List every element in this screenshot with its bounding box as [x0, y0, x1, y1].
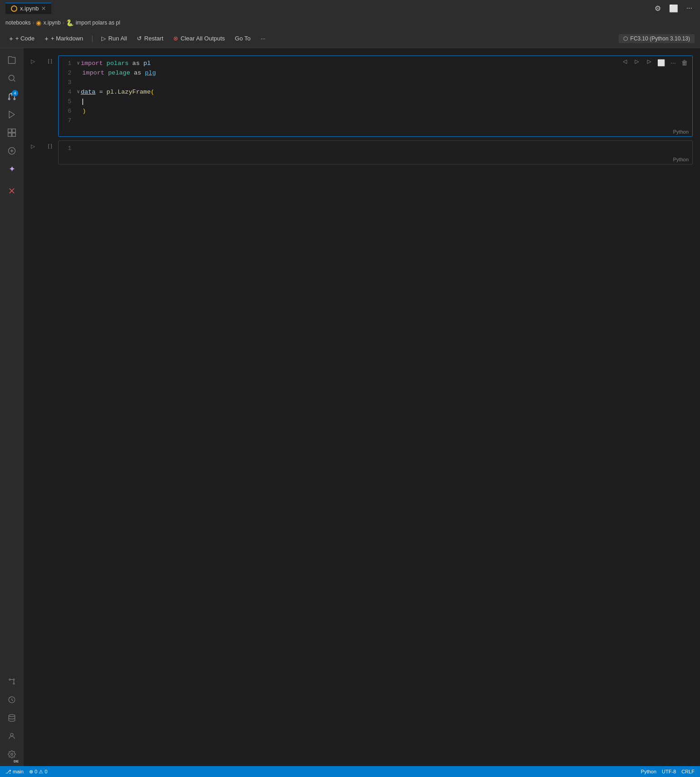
- cell-split-button[interactable]: ⬜: [655, 58, 667, 67]
- svg-point-18: [10, 733, 13, 736]
- tab-xipynb[interactable]: x.ipynb ×: [5, 3, 51, 14]
- svg-rect-7: [12, 129, 16, 133]
- cell-1-content[interactable]: ⬜ ··· 🗑 1 2 3 4 5 6 7: [58, 55, 693, 137]
- keyword-import-2: import: [82, 68, 105, 78]
- line-numbers-1: 1 2 3 4 5 6 7: [59, 59, 77, 125]
- attr-lazframe: pl.LazyFrame: [106, 87, 150, 97]
- title-bar: x.ipynb × ⚙ ⬜ ···: [0, 0, 700, 16]
- error-cross-icon[interactable]: [4, 183, 20, 199]
- notebook-icon: [11, 5, 17, 12]
- notebook-toolbar: + + Code + + Markdown | ▷ Run All ↺ Rest…: [0, 29, 700, 48]
- history-icon[interactable]: [4, 692, 20, 708]
- cell-1-code-area[interactable]: 1 2 3 4 5 6 7 ∨ import polars as pl: [59, 56, 692, 128]
- python-breadcrumb-icon: 🐍: [66, 19, 74, 26]
- source-control-badge: 4: [12, 90, 18, 96]
- cell-2-wrapper: ▷ [ ] 1 Python: [24, 140, 700, 164]
- git-bottom-icon[interactable]: [4, 673, 20, 690]
- svg-marker-20: [623, 60, 627, 64]
- cell-1-toolbar: ⬜ ··· 🗑: [620, 58, 690, 67]
- account-icon[interactable]: [4, 728, 20, 744]
- plus-icon2: +: [45, 35, 49, 42]
- jupyter-icon[interactable]: [4, 143, 20, 159]
- fold-arrow-1[interactable]: ∨: [77, 59, 80, 68]
- code-line-4: ∨ data = pl.LazyFrame(: [77, 87, 687, 97]
- svg-rect-8: [8, 133, 12, 137]
- kernel-info[interactable]: ⬡ FC3.10 (Python 3.10.13): [619, 34, 695, 43]
- breadcrumb-symbol[interactable]: import polars as pl: [75, 20, 120, 26]
- settings-bottom-icon[interactable]: DE: [4, 746, 20, 762]
- module-pelage: pelage: [108, 68, 130, 78]
- go-to-button[interactable]: Go To: [231, 34, 254, 43]
- explorer-icon[interactable]: [4, 52, 20, 68]
- add-markdown-button[interactable]: + + Markdown: [41, 33, 87, 44]
- cell-run-single-button[interactable]: [644, 58, 654, 67]
- breadcrumb-notebooks[interactable]: notebooks: [5, 20, 30, 26]
- code-line-6: ): [77, 106, 687, 116]
- svg-point-4: [14, 98, 15, 100]
- svg-point-15: [13, 679, 15, 680]
- tab-label: x.ipynb: [20, 5, 39, 12]
- more-actions-button[interactable]: ···: [684, 3, 695, 14]
- toolbar-separator: |: [90, 35, 95, 43]
- text-cursor: [82, 99, 83, 105]
- layout-button[interactable]: ⬜: [667, 3, 680, 14]
- breadcrumb-filename[interactable]: x.ipynb: [43, 20, 60, 26]
- cell-1-wrapper: ▷ [ ]: [24, 55, 700, 137]
- restart-button[interactable]: ↺ Restart: [133, 34, 167, 43]
- settings-gear-button[interactable]: ⚙: [652, 3, 663, 14]
- svg-point-0: [9, 75, 14, 80]
- paren-close: ): [82, 106, 86, 116]
- cell-1-run-button[interactable]: ▷: [31, 55, 42, 65]
- extensions-icon[interactable]: [4, 125, 20, 141]
- search-icon[interactable]: [4, 70, 20, 86]
- run-all-button[interactable]: ▷ Run All: [98, 34, 130, 43]
- alias-plg: plg: [145, 68, 156, 78]
- add-code-button[interactable]: + + Code: [5, 33, 38, 44]
- svg-marker-22: [647, 60, 651, 64]
- cell-2-code-area[interactable]: 1: [59, 141, 692, 156]
- plus-icon: +: [9, 35, 13, 42]
- status-lang[interactable]: Python: [641, 769, 656, 774]
- cell-run-above-button[interactable]: [620, 58, 630, 67]
- run-all-label: Run All: [108, 35, 127, 42]
- op-equals: =: [99, 87, 103, 97]
- code-lines-1[interactable]: ∨ import polars as pl import pelage as p…: [77, 59, 692, 125]
- svg-point-13: [9, 679, 10, 680]
- cell-more-button[interactable]: ···: [669, 58, 678, 67]
- main-layout: 4 ✦: [0, 48, 700, 766]
- cell-1-execution-count: [ ]: [48, 58, 52, 64]
- title-bar-actions: ⚙ ⬜ ···: [652, 3, 695, 14]
- run-debug-icon[interactable]: [4, 106, 20, 123]
- clear-outputs-button[interactable]: ⊗ Clear All Outputs: [170, 34, 229, 43]
- svg-point-17: [9, 715, 15, 717]
- status-branch[interactable]: ⎇ main: [5, 769, 24, 775]
- fold-arrow-4[interactable]: ∨: [77, 87, 80, 97]
- cell-2-content[interactable]: 1 Python: [58, 140, 693, 164]
- breadcrumb: notebooks › ◉ x.ipynb › 🐍 import polars …: [0, 16, 700, 29]
- cell-1-lang: Python: [59, 128, 692, 136]
- go-to-label: Go To: [235, 35, 250, 42]
- code-lines-2[interactable]: [77, 144, 692, 153]
- cell-1-execution: [ ]: [42, 55, 58, 64]
- more-notebook-button[interactable]: ···: [257, 34, 269, 43]
- keyword-as-2: as: [134, 68, 141, 78]
- activity-bar-bottom: DE: [4, 673, 20, 762]
- svg-marker-21: [635, 60, 639, 64]
- cell-run-below-button[interactable]: [632, 58, 642, 67]
- database-icon[interactable]: [4, 710, 20, 726]
- code-line-3: [77, 78, 687, 87]
- copilot-icon[interactable]: ✦: [4, 161, 20, 177]
- cell-2-execution: [ ]: [42, 140, 58, 149]
- status-eol[interactable]: CRLF: [681, 769, 695, 774]
- svg-point-14: [13, 683, 15, 684]
- tab-close-button[interactable]: ×: [41, 5, 45, 12]
- add-code-label: + Code: [15, 35, 35, 42]
- cell-delete-button[interactable]: 🗑: [680, 58, 690, 67]
- status-encoding[interactable]: UTF-8: [662, 769, 676, 774]
- source-control-icon[interactable]: 4: [4, 88, 20, 105]
- keyword-import-1: import: [81, 59, 103, 68]
- cell-2-run-button[interactable]: ▷: [31, 140, 42, 149]
- clear-icon: ⊗: [173, 35, 178, 42]
- run-all-icon: ▷: [101, 35, 106, 42]
- status-errors[interactable]: ⊗ 0 ⚠ 0: [29, 769, 47, 775]
